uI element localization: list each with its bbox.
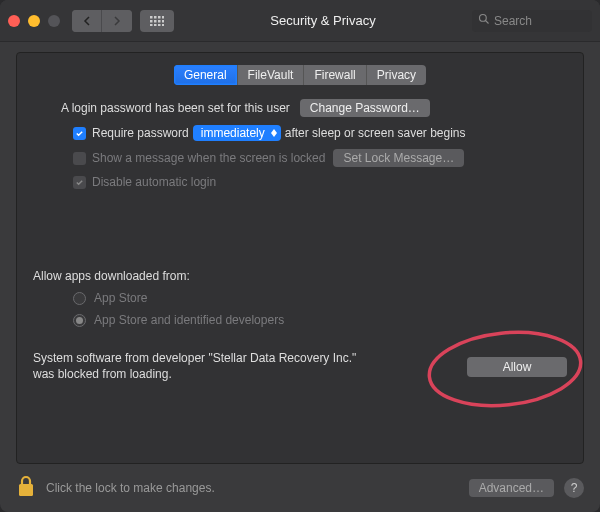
lock-icon[interactable] [16,474,36,502]
tab-filevault[interactable]: FileVault [238,65,305,85]
window-zoom-button[interactable] [48,15,60,27]
disable-auto-login-label: Disable automatic login [92,175,216,189]
search-field[interactable]: Search [472,10,592,32]
radio-identified-developers-label: App Store and identified developers [94,313,284,327]
window-title: Security & Privacy [182,13,464,28]
svg-rect-0 [150,16,153,19]
window-close-button[interactable] [8,15,20,27]
nav-forward-button[interactable] [102,10,132,32]
svg-rect-6 [158,20,161,23]
set-lock-message-button: Set Lock Message… [333,149,464,167]
tab-firewall[interactable]: Firewall [304,65,366,85]
require-password-delay-popup[interactable]: immediately [193,125,281,141]
blocked-software-text: System software from developer "Stellar … [33,351,373,382]
require-password-label: Require password [92,126,189,140]
tab-bar: General FileVault Firewall Privacy [33,65,567,85]
search-placeholder: Search [494,14,532,28]
svg-rect-5 [154,20,157,23]
radio-appstore [73,292,86,305]
downloads-heading: Allow apps downloaded from: [33,269,567,283]
svg-rect-8 [150,24,153,26]
svg-rect-15 [19,484,33,496]
svg-rect-1 [154,16,157,19]
require-password-delay-value: immediately [201,126,265,140]
nav-back-button[interactable] [72,10,102,32]
disable-auto-login-checkbox [73,176,86,189]
window-minimize-button[interactable] [28,15,40,27]
grid-icon [150,12,164,30]
require-password-after-label: after sleep or screen saver begins [285,126,466,140]
svg-rect-7 [162,20,164,23]
svg-rect-11 [162,24,164,26]
lock-hint-text: Click the lock to make changes. [46,481,469,495]
search-icon [478,13,494,28]
svg-line-13 [486,21,489,24]
allow-button[interactable]: Allow [467,357,567,377]
svg-rect-4 [150,20,153,23]
titlebar: Security & Privacy Search [0,0,600,42]
svg-rect-2 [158,16,161,19]
nav-back-forward [72,10,132,32]
require-password-checkbox[interactable] [73,127,86,140]
help-button[interactable]: ? [564,478,584,498]
show-message-label: Show a message when the screen is locked [92,151,325,165]
login-password-label: A login password has been set for this u… [61,101,290,115]
svg-rect-9 [154,24,157,26]
traffic-lights [8,15,60,27]
advanced-button[interactable]: Advanced… [469,479,554,497]
content-pane: General FileVault Firewall Privacy A log… [16,52,584,464]
prefs-window: Security & Privacy Search General FileVa… [0,0,600,512]
svg-point-12 [480,15,487,22]
change-password-button[interactable]: Change Password… [300,99,430,117]
footer: Click the lock to make changes. Advanced… [0,464,600,512]
svg-rect-3 [162,16,164,19]
chevron-updown-icon [271,129,277,137]
svg-rect-10 [158,24,161,26]
tab-privacy[interactable]: Privacy [367,65,426,85]
radio-appstore-label: App Store [94,291,147,305]
show-all-button[interactable] [140,10,174,32]
tab-general[interactable]: General [174,65,238,85]
show-message-checkbox [73,152,86,165]
radio-identified-developers [73,314,86,327]
